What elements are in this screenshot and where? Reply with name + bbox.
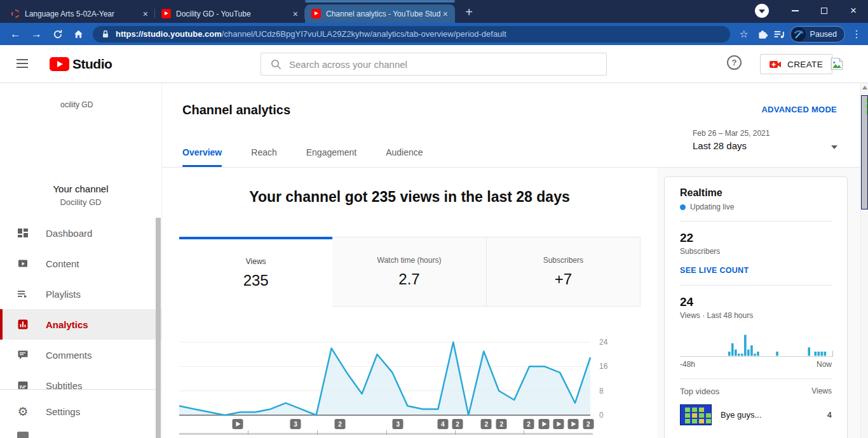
- forward-button[interactable]: →: [26, 25, 47, 43]
- metric-card-watch-time-hours-[interactable]: Watch time (hours)2.7: [332, 237, 486, 307]
- bookmark-star-icon[interactable]: ☆: [736, 28, 752, 40]
- metric-label: Subscribers: [543, 256, 583, 265]
- scroll-up-arrow-icon[interactable]: [862, 86, 867, 90]
- sidebar-item-playlists[interactable]: Playlists: [0, 279, 161, 309]
- video-marker-count[interactable]: 2: [523, 419, 534, 429]
- metric-label: Watch time (hours): [377, 256, 442, 265]
- broken-avatar-icon[interactable]: [830, 57, 844, 73]
- tab-close-icon[interactable]: ×: [441, 9, 450, 19]
- address-bar[interactable]: https://studio.youtube.com/channel/UCdz6…: [93, 26, 730, 43]
- video-marker-count[interactable]: 2: [583, 419, 593, 429]
- media-queue-icon[interactable]: [773, 29, 785, 40]
- video-marker-count[interactable]: 2: [496, 419, 507, 429]
- help-button[interactable]: ?: [727, 55, 742, 70]
- video-marker-play-icon[interactable]: [232, 419, 243, 429]
- extensions-puzzle-icon[interactable]: [757, 29, 768, 40]
- top-videos-header: Top videos Views: [680, 387, 832, 396]
- realtime-views-value: 24: [680, 295, 832, 309]
- youtube-studio-logo[interactable]: Studio: [50, 56, 112, 72]
- dropdown-caret-icon: [831, 145, 837, 149]
- maximize-button[interactable]: [810, 0, 839, 21]
- new-tab-button[interactable]: +: [463, 6, 475, 18]
- sidebar-item-comments[interactable]: Comments: [0, 340, 161, 370]
- hamburger-menu-icon[interactable]: [17, 59, 28, 68]
- browser-tab[interactable]: Language Arts 5-02A-Year×: [5, 4, 155, 23]
- page-title: Channel analytics: [182, 103, 290, 117]
- window-controls: ×: [755, 0, 868, 21]
- metric-value: +7: [555, 270, 572, 288]
- card-divider: [680, 378, 832, 379]
- gear-icon: ⚙: [17, 406, 29, 417]
- channel-search-box[interactable]: [261, 53, 607, 76]
- video-marker-count[interactable]: 2: [481, 419, 492, 429]
- send-feedback-icon[interactable]: [17, 432, 29, 438]
- realtime-subscribers-label: Subscribers: [680, 247, 832, 256]
- metric-card-subscribers[interactable]: Subscribers+7: [487, 237, 641, 307]
- back-button[interactable]: ←: [5, 25, 26, 43]
- tab-close-icon[interactable]: ×: [291, 9, 300, 19]
- tab-close-icon[interactable]: ×: [141, 9, 150, 19]
- minimize-icon: [792, 10, 799, 11]
- toolbar-right-icons: ☆ Paused ⋮: [736, 26, 863, 43]
- updating-live-label: Updating live: [690, 202, 734, 211]
- paused-label: Paused: [810, 30, 837, 39]
- lock-icon: [100, 29, 111, 39]
- restore-icon: [821, 8, 827, 14]
- video-marker-count[interactable]: 3: [393, 419, 403, 429]
- tab-overview[interactable]: Overview: [182, 147, 222, 167]
- analytics-header: Channel analytics ADVANCED MODE Overview…: [162, 83, 860, 168]
- home-icon: [73, 29, 84, 39]
- see-live-count-link[interactable]: SEE LIVE COUNT: [680, 266, 749, 275]
- youtube-favicon: [161, 9, 171, 18]
- date-range-picker[interactable]: Feb 26 – Mar 25, 2021 Last 28 days: [693, 129, 770, 151]
- tab-reach[interactable]: Reach: [251, 147, 276, 167]
- top-video-row[interactable]: Bye guys...4: [680, 404, 832, 425]
- card-divider: [680, 285, 832, 286]
- advanced-mode-link[interactable]: ADVANCED MODE: [761, 105, 837, 114]
- metric-label: Views: [246, 257, 266, 266]
- dashed-circle-favicon: [11, 10, 20, 18]
- realtime-card: Realtime Updating live 22 Subscribers SE…: [664, 176, 848, 438]
- date-range-label: Last 28 days: [693, 140, 770, 151]
- video-marker-count[interactable]: 4: [437, 419, 448, 429]
- your-channel-label: Your channel: [0, 183, 161, 194]
- sidebar-item-analytics[interactable]: Analytics: [0, 309, 161, 340]
- analytics-tabs: OverviewReachEngagementAudience: [182, 147, 452, 167]
- metric-card-views[interactable]: Views235: [179, 237, 332, 307]
- video-marker-count[interactable]: 2: [452, 419, 463, 429]
- sidebar-item-dashboard[interactable]: Dashboard: [0, 218, 161, 248]
- studio-header: Studio ? CREATE: [0, 45, 868, 83]
- close-button[interactable]: ×: [839, 0, 868, 21]
- browser-tab[interactable]: Docility GD - YouTube×: [155, 4, 305, 23]
- search-input[interactable]: [289, 59, 606, 70]
- card-divider: [680, 221, 832, 222]
- realtime-views-label: Views · Last 48 hours: [680, 311, 832, 320]
- tab-title: Docility GD - YouTube: [176, 10, 291, 18]
- video-marker-play-icon[interactable]: [553, 419, 564, 429]
- browser-menu-icon[interactable]: ⋮: [850, 28, 863, 40]
- home-button[interactable]: [68, 25, 89, 43]
- tab-engagement[interactable]: Engagement: [306, 147, 356, 167]
- video-marker-play-icon[interactable]: [538, 419, 549, 429]
- scrollbar-thumb[interactable]: [861, 95, 868, 209]
- sidebar-item-content[interactable]: Content: [0, 248, 161, 279]
- views-line-chart: 081624 323422222: [162, 306, 657, 438]
- comments-icon: [17, 349, 29, 361]
- browser-profile-button[interactable]: [755, 4, 769, 18]
- date-range-text: Feb 26 – Mar 25, 2021: [693, 129, 770, 138]
- tab-audience[interactable]: Audience: [386, 147, 423, 167]
- minimize-button[interactable]: [780, 0, 810, 21]
- sidebar-scrollbar[interactable]: [156, 218, 161, 438]
- y-axis-tick: 16: [599, 362, 607, 371]
- create-button[interactable]: CREATE: [760, 54, 832, 74]
- media-paused-chip[interactable]: Paused: [790, 26, 845, 43]
- page-scrollbar[interactable]: [860, 83, 868, 438]
- sidebar-item-label: Settings: [46, 406, 80, 417]
- reload-button[interactable]: [47, 25, 68, 43]
- video-marker-count[interactable]: 3: [290, 419, 301, 429]
- metric-value: 235: [243, 272, 269, 289]
- video-marker-play-icon[interactable]: [567, 419, 578, 429]
- video-marker-count[interactable]: 2: [334, 419, 345, 429]
- browser-tab[interactable]: Channel analytics - YouTube Stud×: [305, 4, 455, 23]
- sidebar-item-settings[interactable]: ⚙ Settings: [0, 396, 161, 427]
